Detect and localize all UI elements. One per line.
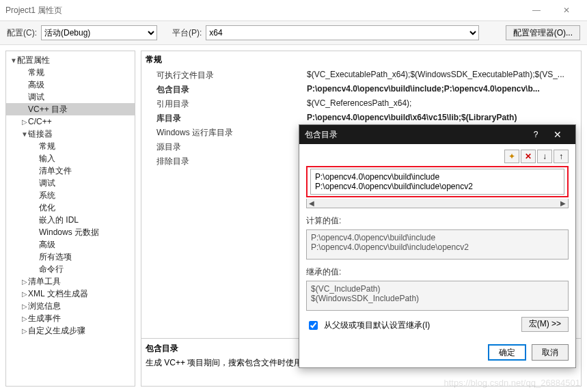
config-manager-button[interactable]: 配置管理器(O)... bbox=[506, 25, 580, 40]
property-row[interactable]: 包含目录P:\opencv4.0\opencv\build\include;P:… bbox=[141, 83, 581, 97]
tree-item-label: 调试 bbox=[28, 92, 44, 103]
tree-arrow-icon: ▷ bbox=[21, 303, 28, 310]
tree-item[interactable]: ▷生成事件 bbox=[6, 312, 135, 324]
tree-item-label: Windows 元数据 bbox=[39, 227, 99, 238]
tree-item[interactable]: 命令行 bbox=[6, 263, 135, 275]
config-select[interactable]: 活动(Debug) bbox=[41, 25, 157, 40]
property-value: P:\opencv4.0\opencv\build\x64\vc15\lib;$… bbox=[307, 113, 577, 124]
property-key: 可执行文件目录 bbox=[156, 70, 307, 81]
tree-item-label: 高级 bbox=[39, 239, 55, 251]
tree-item[interactable]: 所有选项 bbox=[6, 251, 135, 263]
highlighted-region: P:\opencv4.0\opencv\build\includeP:\open… bbox=[306, 166, 569, 197]
tree-arrow-icon: ▷ bbox=[21, 315, 28, 322]
tree-arrow-icon: ▼ bbox=[21, 130, 28, 138]
list-toolbar: ✦ ✕ ↓ ↑ bbox=[306, 150, 569, 163]
property-row[interactable]: 可执行文件目录$(VC_ExecutablePath_x64);$(Window… bbox=[141, 68, 581, 83]
tree-item-label: 命令行 bbox=[39, 264, 64, 275]
tree-item-label: 输入 bbox=[39, 153, 55, 165]
tree-item[interactable]: 系统 bbox=[6, 189, 135, 201]
tree-item[interactable]: ▷C/C++ bbox=[6, 115, 135, 128]
tree-item[interactable]: 常规 bbox=[6, 66, 135, 79]
tree-item[interactable]: VC++ 目录 bbox=[6, 103, 135, 115]
tree-item[interactable]: 高级 bbox=[6, 238, 135, 251]
property-key: 库目录 bbox=[156, 113, 307, 124]
property-row[interactable]: 引用目录$(VC_ReferencesPath_x64); bbox=[141, 97, 581, 111]
tree-item[interactable]: 调试 bbox=[6, 177, 135, 189]
tree-item[interactable]: 清单文件 bbox=[6, 165, 135, 177]
tree-item-label: 高级 bbox=[28, 79, 44, 91]
macros-button[interactable]: 宏(M) >> bbox=[521, 317, 569, 332]
delete-icon[interactable]: ✕ bbox=[521, 150, 536, 163]
list-item: P:\opencv4.0\opencv\build\include\opencv… bbox=[315, 182, 560, 191]
help-icon[interactable]: ? bbox=[526, 130, 545, 139]
tree-item[interactable]: 输入 bbox=[6, 152, 135, 165]
list-item: P:\opencv4.0\opencv\build\include bbox=[311, 233, 564, 242]
new-line-icon[interactable]: ✦ bbox=[504, 150, 519, 163]
tree-item-label: XML 文档生成器 bbox=[28, 288, 88, 300]
grid-group-header: 常规 bbox=[141, 51, 581, 68]
include-dirs-dialog: 包含目录 ? ✕ ✦ ✕ ↓ ↑ P:\opencv4.0\opencv\bui… bbox=[299, 124, 576, 368]
close-icon[interactable]: ✕ bbox=[551, 0, 582, 20]
config-toolbar: 配置(C): 活动(Debug) 平台(P): x64 配置管理器(O)... bbox=[0, 20, 587, 45]
tree-item-label: C/C++ bbox=[28, 117, 52, 126]
computed-values-box: P:\opencv4.0\opencv\build\includeP:\open… bbox=[306, 229, 569, 260]
tree-item[interactable]: ▷清单工具 bbox=[6, 275, 135, 288]
inherited-values-box: $(VC_IncludePath)$(WindowsSDK_IncludePat… bbox=[306, 281, 569, 311]
tree-item[interactable]: ▷XML 文档生成器 bbox=[6, 288, 135, 300]
tree-arrow-icon: ▷ bbox=[21, 118, 28, 126]
tree-item[interactable]: ▷浏览信息 bbox=[6, 300, 135, 312]
tree-arrow-icon: ▷ bbox=[21, 290, 28, 298]
inherit-checkbox[interactable] bbox=[309, 321, 318, 330]
property-key: Windows 运行库目录 bbox=[156, 127, 307, 139]
tree-arrow-icon: ▼ bbox=[10, 57, 17, 64]
minimize-icon[interactable]: — bbox=[521, 0, 551, 20]
inherited-label: 继承的值: bbox=[306, 266, 569, 278]
list-item: $(VC_IncludePath) bbox=[311, 284, 564, 294]
inherit-checkbox-label: 从父级或项目默认设置继承(I) bbox=[324, 320, 430, 331]
tree-arrow-icon: ▷ bbox=[21, 278, 28, 285]
close-icon[interactable]: ✕ bbox=[545, 129, 570, 140]
tree-arrow-icon: ▷ bbox=[21, 327, 28, 335]
tree-item[interactable]: 常规 bbox=[6, 140, 135, 152]
property-tree[interactable]: ▼配置属性常规高级调试VC++ 目录▷C/C++▼链接器常规输入清单文件调试系统… bbox=[5, 51, 135, 387]
dialog-title: 包含目录 bbox=[305, 129, 338, 141]
property-value: $(VC_ReferencesPath_x64); bbox=[307, 98, 577, 110]
tree-item[interactable]: 调试 bbox=[6, 91, 135, 103]
property-row[interactable]: 库目录P:\opencv4.0\opencv\build\x64\vc15\li… bbox=[141, 111, 581, 126]
property-key: 源目录 bbox=[156, 141, 307, 153]
tree-item-label: 清单文件 bbox=[39, 165, 72, 177]
ok-button[interactable]: 确定 bbox=[488, 344, 526, 361]
tree-item-label: 浏览信息 bbox=[28, 300, 61, 312]
tree-item[interactable]: ▼链接器 bbox=[6, 128, 135, 140]
tree-item[interactable]: Windows 元数据 bbox=[6, 226, 135, 238]
window-title: Project1 属性页 bbox=[5, 5, 62, 16]
tree-item[interactable]: 嵌入的 IDL bbox=[6, 214, 135, 226]
horizontal-scrollbar[interactable]: ◀ ▶ bbox=[306, 199, 569, 208]
tree-item[interactable]: ▷自定义生成步骤 bbox=[6, 324, 135, 337]
property-value: P:\opencv4.0\opencv\build\include;P:\ope… bbox=[307, 84, 577, 96]
move-down-icon[interactable]: ↓ bbox=[537, 150, 552, 163]
tree-item[interactable]: 优化 bbox=[6, 201, 135, 214]
watermark-text: https://blog.csdn.net/qq_26884501 bbox=[444, 378, 581, 388]
property-value: $(VC_ExecutablePath_x64);$(WindowsSDK_Ex… bbox=[307, 70, 577, 81]
paths-listbox[interactable]: P:\opencv4.0\opencv\build\includeP:\open… bbox=[310, 169, 564, 195]
scroll-right-icon[interactable]: ▶ bbox=[558, 199, 568, 207]
dialog-titlebar: 包含目录 ? ✕ bbox=[299, 125, 575, 144]
platform-select[interactable]: x64 bbox=[206, 25, 479, 40]
tree-item-label: VC++ 目录 bbox=[28, 104, 68, 115]
tree-item-label: 调试 bbox=[39, 178, 55, 189]
scroll-left-icon[interactable]: ◀ bbox=[307, 199, 316, 207]
tree-item-label: 配置属性 bbox=[17, 55, 50, 66]
list-item: $(WindowsSDK_IncludePath) bbox=[311, 294, 564, 303]
move-up-icon[interactable]: ↑ bbox=[554, 150, 569, 163]
tree-item[interactable]: 高级 bbox=[6, 79, 135, 91]
tree-item-label: 常规 bbox=[28, 67, 44, 79]
list-item: P:\opencv4.0\opencv\build\include\opencv… bbox=[311, 242, 564, 252]
computed-label: 计算的值: bbox=[306, 215, 569, 227]
tree-item-label: 链接器 bbox=[28, 128, 53, 140]
list-item: P:\opencv4.0\opencv\build\include bbox=[315, 172, 560, 182]
config-label: 配置(C): bbox=[7, 27, 37, 39]
tree-item[interactable]: ▼配置属性 bbox=[6, 54, 135, 66]
tree-item-label: 常规 bbox=[39, 141, 55, 152]
cancel-button[interactable]: 取消 bbox=[532, 344, 569, 361]
